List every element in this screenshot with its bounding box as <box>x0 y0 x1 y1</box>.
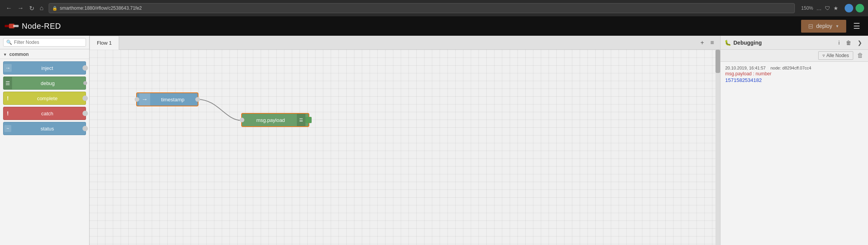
home-button[interactable]: ⌂ <box>38 4 46 12</box>
nodes-list: → inject ☰ debug ! <box>0 59 89 245</box>
browser-nav-buttons: ← → ↻ ⌂ <box>4 4 46 13</box>
canvas-vertical-scrollbar[interactable] <box>715 50 720 245</box>
sidebar-node-debug[interactable]: ☰ debug <box>3 76 86 90</box>
sidebar-node-status[interactable]: ~ status <box>3 122 86 135</box>
debug-toolbar: ▿ Alle Nodes 🗑 <box>721 50 868 62</box>
flow-list-button[interactable]: ≡ <box>708 38 716 47</box>
msgpayload-node-label: msg.payload <box>244 117 297 123</box>
filter-funnel-icon: ▿ <box>822 53 825 58</box>
timestamp-output-port <box>195 97 200 102</box>
hamburger-menu-button[interactable]: ☰ <box>850 20 863 32</box>
debug-timestamp: 20.10.2019, 16:41:57 <box>725 66 766 70</box>
sidebar-section-header: ▼ common <box>0 49 89 59</box>
canvas-node-msgpayload[interactable]: msg.payload ☰ <box>241 113 309 127</box>
msgpayload-node-menu: ☰ <box>297 114 305 126</box>
filter-input-wrap[interactable]: 🔍 <box>3 38 86 47</box>
refresh-button[interactable]: ↻ <box>27 4 36 13</box>
nodered-logo-svg <box>5 22 19 30</box>
debug-node-label: debug <box>12 80 83 86</box>
inject-icon: → <box>4 62 12 74</box>
sidebar-node-catch[interactable]: ! catch <box>3 107 86 120</box>
debug-info-button[interactable]: i <box>836 39 842 47</box>
filter-nodes-input[interactable] <box>14 40 83 45</box>
deploy-dropdown-arrow: ▼ <box>835 24 839 28</box>
flow-tab[interactable]: Flow 1 <box>89 36 119 50</box>
zoom-level: 150% <box>801 5 813 11</box>
debug-content: 20.10.2019, 16:41:57 node: d8294cff.07cc… <box>721 62 868 245</box>
inject-output-port <box>82 65 88 71</box>
canvas-scrollbar-thumb[interactable] <box>715 50 720 73</box>
debug-menu-icon: ☰ <box>4 77 12 89</box>
timestamp-node-label: timestamp <box>150 97 195 103</box>
back-button[interactable]: ← <box>4 4 14 12</box>
debug-filter-button[interactable]: ▿ Alle Nodes <box>818 51 853 60</box>
catch-node-label: catch <box>12 111 82 116</box>
debug-entry-meta: 20.10.2019, 16:41:57 node: d8294cff.07cc… <box>725 66 863 70</box>
app-title: Node-RED <box>22 22 61 31</box>
browser-profile-area <box>845 4 864 12</box>
debug-node-id: node: d8294cff.07cc4 <box>770 66 811 70</box>
canvas-node-timestamp[interactable]: → timestamp <box>136 92 198 106</box>
complete-node-label: complete <box>12 96 82 101</box>
debug-output-port <box>305 117 312 123</box>
debug-clear-button[interactable]: 🗑 <box>856 51 865 60</box>
canvas-grid[interactable]: → timestamp msg.payload ☰ <box>89 50 720 245</box>
main-area: 🔍 ▼ common → inject <box>0 36 868 245</box>
deploy-label: deploy <box>816 23 832 29</box>
browser-actions: … 🛡 ★ <box>816 5 838 11</box>
search-icon: 🔍 <box>6 40 12 45</box>
deploy-button[interactable]: ⊟ deploy ▼ <box>801 20 846 33</box>
flow-tab-label: Flow 1 <box>97 40 112 46</box>
status-output-port <box>82 126 88 131</box>
section-label: common <box>9 52 29 57</box>
debug-value[interactable]: 1571582534182 <box>725 77 863 83</box>
canvas-tab-actions: + ≡ <box>698 38 720 47</box>
canvas-wires <box>89 50 720 245</box>
forward-button[interactable]: → <box>16 4 26 12</box>
debug-expand-button[interactable]: ❯ <box>856 39 864 47</box>
canvas-tabs: Flow 1 + ≡ <box>89 36 720 50</box>
filter-label: Alle Nodes <box>826 53 849 58</box>
url-text: smarthome:1880/#flow/c2538643.71fe2 <box>60 5 142 11</box>
more-options-icon[interactable]: … <box>816 5 822 11</box>
debug-bug-icon: 🐛 <box>724 40 731 46</box>
browser-chrome: ← → ↻ ⌂ 🔒 smarthome:1880/#flow/c2538643.… <box>0 0 868 16</box>
debug-type-label: msg.payload : number <box>725 71 863 76</box>
debug-entry-0: 20.10.2019, 16:41:57 node: d8294cff.07cc… <box>725 66 863 83</box>
nodered-logo: Node-RED <box>5 22 61 31</box>
debug-output-port <box>83 81 87 85</box>
topbar: Node-RED ⊟ deploy ▼ ☰ <box>0 16 868 36</box>
sidebar-node-inject[interactable]: → inject <box>3 61 86 75</box>
debug-input-port <box>240 118 244 122</box>
catch-icon: ! <box>4 107 12 120</box>
status-icon: ~ <box>4 122 12 135</box>
debug-clear-all-button[interactable]: 🗑 <box>844 39 853 47</box>
app-container: Node-RED ⊟ deploy ▼ ☰ 🔍 ▼ common <box>0 16 868 245</box>
complete-output-port <box>82 96 88 101</box>
debug-panel-header: 🐛 Debugging i 🗑 ❯ <box>721 36 868 50</box>
timestamp-node-icon: → <box>139 93 150 106</box>
url-bar[interactable]: 🔒 smarthome:1880/#flow/c2538643.71fe2 <box>49 3 795 13</box>
user-avatar[interactable] <box>845 4 853 12</box>
logo-icon <box>5 22 19 30</box>
section-collapse-arrow[interactable]: ▼ <box>3 52 7 57</box>
topbar-right: ⊟ deploy ▼ ☰ <box>801 20 863 33</box>
sidebar-nodes: 🔍 ▼ common → inject <box>0 36 89 245</box>
user-avatar-2[interactable] <box>856 4 864 12</box>
catch-output-port <box>82 111 88 116</box>
security-icon: 🔒 <box>52 6 58 11</box>
debug-panel: 🐛 Debugging i 🗑 ❯ ▿ Alle Nodes 🗑 20.10. <box>720 36 868 245</box>
canvas-area: Flow 1 + ≡ → times <box>89 36 720 245</box>
wire-timestamp-debug <box>198 99 241 120</box>
complete-icon: ! <box>4 92 12 104</box>
inject-node-label: inject <box>12 65 82 71</box>
debug-panel-title: Debugging <box>733 40 834 46</box>
sidebar-filter-area: 🔍 <box>0 36 89 49</box>
bookmark-icon[interactable]: ★ <box>833 5 838 11</box>
add-flow-button[interactable]: + <box>698 38 706 47</box>
topbar-left: Node-RED <box>5 22 61 31</box>
status-node-label: status <box>12 126 82 132</box>
sidebar-node-complete[interactable]: ! complete <box>3 92 86 105</box>
svg-rect-2 <box>13 25 19 27</box>
shield-icon[interactable]: 🛡 <box>825 5 830 11</box>
